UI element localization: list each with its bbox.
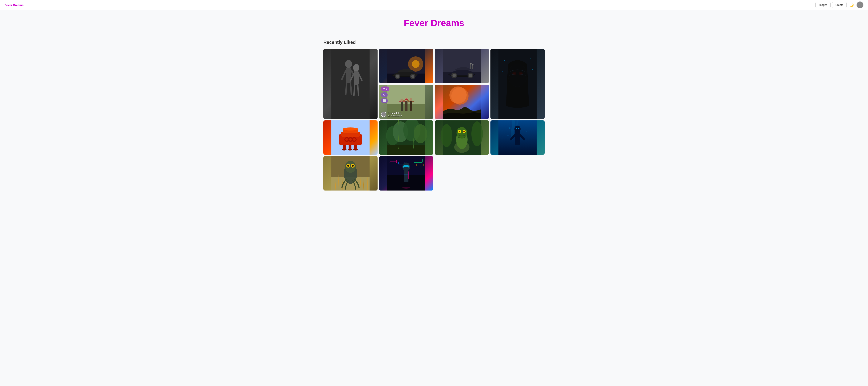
- user-time: 12 months ago: [388, 114, 402, 117]
- brand-logo[interactable]: Fever Dreams: [5, 3, 24, 7]
- open-button[interactable]: ⬜: [381, 98, 388, 103]
- heart-icon: ♥: [383, 87, 385, 90]
- image-card-3[interactable]: [435, 49, 489, 83]
- page-title: Fever Dreams: [323, 18, 545, 28]
- moon-icon: 🌙: [849, 3, 854, 7]
- image-card-5[interactable]: ♥ 3 ⬡ ⬜ frenchbloke: [379, 84, 433, 119]
- image-card-12[interactable]: [379, 156, 433, 190]
- card-user-info: frenchbloke 12 months ago: [381, 112, 431, 117]
- image-card-6[interactable]: [435, 84, 489, 119]
- image-card-9[interactable]: [435, 120, 489, 155]
- share-button[interactable]: ⬡: [381, 93, 388, 97]
- create-button[interactable]: Create: [832, 2, 847, 8]
- navbar-actions: Images Create 🌙: [815, 2, 863, 8]
- recently-liked-section: Recently Liked: [323, 40, 545, 190]
- avatar: [857, 2, 863, 8]
- user-avatar: [381, 112, 386, 117]
- image-card-4[interactable]: [491, 49, 545, 119]
- image-card-10[interactable]: [491, 120, 545, 155]
- images-button[interactable]: Images: [815, 2, 831, 8]
- image-card-8[interactable]: [379, 120, 433, 155]
- image-card-7[interactable]: [323, 120, 377, 155]
- theme-toggle-button[interactable]: 🌙: [848, 2, 855, 8]
- image-card-1[interactable]: [323, 49, 377, 119]
- image-card-2[interactable]: [379, 49, 433, 83]
- like-count: 3: [386, 87, 387, 90]
- card-actions: ♥ 3 ⬡ ⬜: [381, 86, 431, 103]
- card-overlay-5: ♥ 3 ⬡ ⬜ frenchbloke: [379, 84, 433, 119]
- navbar: Fever Dreams Images Create 🌙: [0, 0, 868, 10]
- open-icon: ⬜: [383, 99, 386, 102]
- image-grid: ♥ 3 ⬡ ⬜ frenchbloke: [323, 49, 545, 190]
- main-content: Fever Dreams Recently Liked: [319, 10, 549, 198]
- image-card-11[interactable]: [323, 156, 377, 190]
- user-avatar-button[interactable]: [857, 2, 863, 8]
- like-button[interactable]: ♥ 3: [381, 86, 390, 91]
- share-icon: ⬡: [383, 93, 385, 96]
- user-meta: frenchbloke 12 months ago: [388, 112, 402, 117]
- recently-liked-heading: Recently Liked: [323, 40, 545, 45]
- user-name: frenchbloke: [388, 112, 402, 114]
